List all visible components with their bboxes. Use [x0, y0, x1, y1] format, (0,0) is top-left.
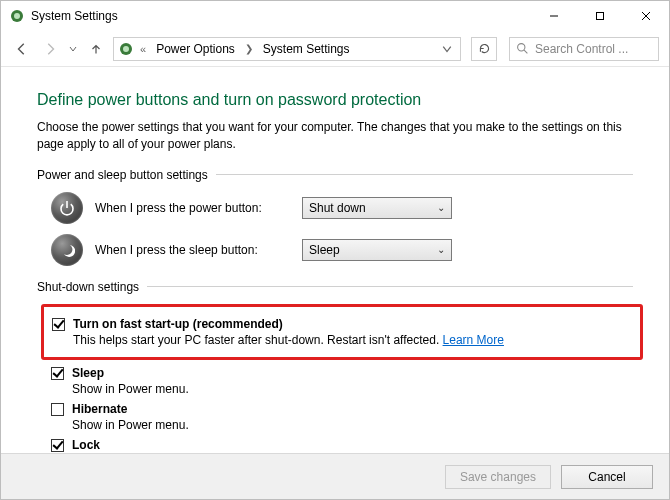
search-input[interactable]: Search Control ... — [509, 37, 659, 61]
page-desc: Choose the power settings that you want … — [37, 119, 633, 154]
section-header-shutdown-label: Shut-down settings — [37, 280, 139, 294]
learn-more-link[interactable]: Learn More — [443, 333, 504, 347]
highlight-fast-startup: Turn on fast start-up (recommended) This… — [41, 304, 643, 360]
content: Define power buttons and turn on passwor… — [1, 67, 669, 453]
search-icon — [516, 42, 529, 55]
option-lock: Lock — [51, 438, 633, 452]
svg-point-1 — [14, 13, 20, 19]
save-button[interactable]: Save changes — [445, 465, 551, 489]
sleep-icon — [51, 234, 83, 266]
refresh-button[interactable] — [471, 37, 497, 61]
titlebar: System Settings — [1, 1, 669, 31]
section-header-shutdown: Shut-down settings — [37, 280, 633, 294]
breadcrumb-seg-1[interactable]: System Settings — [259, 40, 354, 58]
chevron-down-icon: ⌄ — [437, 244, 445, 255]
back-button[interactable] — [11, 38, 33, 60]
divider — [147, 286, 633, 287]
sleep-button-value: Sleep — [309, 243, 340, 257]
checkbox-lock[interactable] — [51, 439, 64, 452]
address-bar[interactable]: « Power Options ❯ System Settings — [113, 37, 461, 61]
footer: Save changes Cancel — [1, 453, 669, 499]
page-title: Define power buttons and turn on passwor… — [37, 91, 633, 109]
checkbox-sleep[interactable] — [51, 367, 64, 380]
label-lock: Lock — [72, 438, 100, 452]
power-button-label: When I press the power button: — [95, 201, 290, 215]
sleep-button-label: When I press the sleep button: — [95, 243, 290, 257]
label-sleep: Sleep — [72, 366, 104, 380]
breadcrumb: Power Options ❯ System Settings — [152, 40, 353, 58]
window-title: System Settings — [31, 9, 118, 23]
nav-row: « Power Options ❯ System Settings Search… — [1, 31, 669, 67]
window-controls — [531, 1, 669, 31]
label-fast-startup: Turn on fast start-up (recommended) — [73, 317, 283, 331]
power-button-value: Shut down — [309, 201, 366, 215]
sleep-button-row: When I press the sleep button: Sleep ⌄ — [51, 234, 633, 266]
svg-point-8 — [518, 44, 525, 51]
option-hibernate: Hibernate — [51, 402, 633, 416]
sub-fast-startup: This helps start your PC faster after sh… — [73, 333, 632, 347]
maximize-button[interactable] — [577, 1, 623, 31]
address-dropdown-icon[interactable] — [438, 44, 456, 54]
forward-button[interactable] — [39, 38, 61, 60]
up-button[interactable] — [85, 38, 107, 60]
power-icon — [51, 192, 83, 224]
app-icon — [9, 8, 25, 24]
sub-sleep: Show in Power menu. — [72, 382, 633, 396]
section-header-buttons: Power and sleep button settings — [37, 168, 633, 182]
svg-point-7 — [123, 46, 129, 52]
sub-hibernate: Show in Power menu. — [72, 418, 633, 432]
sub-fast-startup-text: This helps start your PC faster after sh… — [73, 333, 439, 347]
close-button[interactable] — [623, 1, 669, 31]
search-placeholder: Search Control ... — [535, 42, 628, 56]
label-hibernate: Hibernate — [72, 402, 127, 416]
section-header-buttons-label: Power and sleep button settings — [37, 168, 208, 182]
checkbox-fast-startup[interactable] — [52, 318, 65, 331]
svg-line-9 — [524, 50, 527, 53]
cancel-button[interactable]: Cancel — [561, 465, 653, 489]
option-sleep: Sleep — [51, 366, 633, 380]
checkbox-hibernate[interactable] — [51, 403, 64, 416]
sleep-button-select[interactable]: Sleep ⌄ — [302, 239, 452, 261]
divider — [216, 174, 633, 175]
breadcrumb-prefix: « — [140, 43, 146, 55]
control-panel-icon — [118, 41, 134, 57]
power-button-select[interactable]: Shut down ⌄ — [302, 197, 452, 219]
minimize-button[interactable] — [531, 1, 577, 31]
chevron-right-icon: ❯ — [243, 43, 255, 54]
shutdown-options: Turn on fast start-up (recommended) This… — [51, 304, 633, 453]
history-dropdown-icon[interactable] — [67, 45, 79, 53]
chevron-down-icon: ⌄ — [437, 202, 445, 213]
breadcrumb-seg-0[interactable]: Power Options — [152, 40, 239, 58]
svg-rect-3 — [597, 13, 604, 20]
power-button-row: When I press the power button: Shut down… — [51, 192, 633, 224]
option-fast-startup: Turn on fast start-up (recommended) — [52, 317, 632, 331]
